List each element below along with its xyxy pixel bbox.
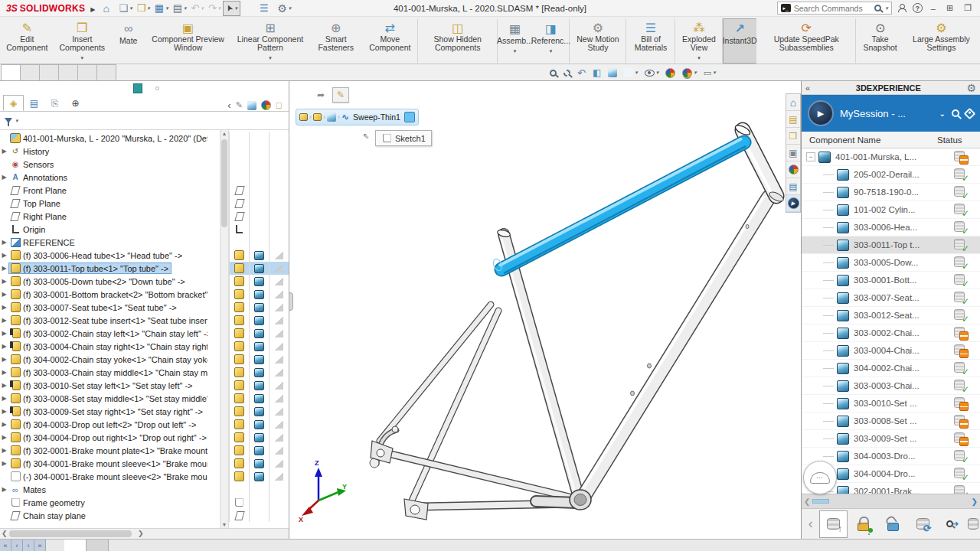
tree-item[interactable]: ▶ (f) 304-0001-Brake mount sleeve<1> "Br… — [0, 457, 289, 470]
expand-arrow-icon[interactable]: ▶ — [0, 291, 8, 298]
component-row[interactable]: − 303-0006-Hea... — [802, 219, 980, 236]
tree-vertical-scrollbar[interactable]: ▲▼ — [220, 130, 229, 528]
tree-item[interactable]: ▶ (f) 303-0002-Chain stay left<1> "Chain… — [0, 327, 289, 340]
feature-crumb-label[interactable]: Sweep-Thin1 — [351, 112, 403, 122]
component-row[interactable]: − 303-0002-Chai... — [802, 324, 980, 342]
tree-item[interactable]: ▶ (f) 303-0011-Top tube<1> "Top tube" -> — [0, 262, 289, 275]
minimize-button[interactable]: – — [929, 4, 938, 13]
ribbon-button[interactable]: Instant3D ▾ — [723, 18, 756, 64]
file-explorer-icon[interactable] — [786, 128, 800, 145]
tree-filter-field[interactable]: ▾ — [0, 112, 289, 130]
component-row[interactable]: − 401-001-Murska, L... — [802, 148, 980, 166]
body-crumb-icon[interactable] — [327, 112, 336, 122]
session-name[interactable]: MySession - ... — [840, 108, 933, 119]
component-row[interactable]: − 303-0005-Dow... — [802, 254, 980, 272]
expand-arrow-icon[interactable]: ▶ — [0, 252, 8, 259]
view-palette-icon[interactable] — [786, 145, 800, 161]
ribbon-button[interactable]: Mate ▾ — [112, 18, 145, 64]
panel-splitter-handle[interactable] — [289, 292, 293, 311]
manager-tab[interactable] — [3, 95, 24, 111]
component-row[interactable]: − 303-0011-Top t... — [802, 236, 980, 254]
tree-item[interactable]: ▶ (f) 303-0007-Seat tube<1> "Seat tube" … — [0, 301, 289, 314]
ribbon-button[interactable]: Bill of Materials ▾ — [626, 18, 675, 64]
view-orientation-icon[interactable] — [608, 68, 617, 77]
jump-arrow-icon[interactable]: ➦ — [312, 87, 329, 103]
menubar-button[interactable]: ▾ — [275, 1, 293, 16]
rollback-grip[interactable] — [133, 83, 142, 93]
assembly-crumb-icon[interactable] — [299, 113, 308, 121]
lock-with-key-button[interactable] — [849, 510, 877, 538]
ribbon-button[interactable]: Show Hidden Components ▾ — [418, 18, 498, 64]
home-tab-icon[interactable] — [786, 94, 800, 111]
appearances-icon[interactable] — [786, 161, 800, 178]
tree-item[interactable]: ▶ Top Plane — [0, 197, 289, 210]
tree-item[interactable]: ▶ Right Plane — [0, 210, 289, 223]
top-tube-highlighted[interactable] — [492, 139, 746, 273]
expand-arrow-icon[interactable]: ▶ — [0, 447, 8, 454]
expand-arrow-icon[interactable]: ▶ — [0, 265, 8, 272]
sketch-breadcrumb-button[interactable]: Sketch1 — [375, 130, 432, 146]
command-tab[interactable] — [20, 64, 40, 80]
tree-item[interactable]: ▶ (-) 304-0001-Brake mount sleeve<2> "Br… — [0, 470, 289, 483]
expand-arrow-icon[interactable]: ▶ — [0, 460, 8, 467]
zoom-fit-icon[interactable] — [550, 70, 557, 77]
tree-item[interactable]: ▶ (f) 303-0009-Set stay right<1> "Set st… — [0, 405, 289, 418]
menubar-button[interactable]: ▾ — [152, 1, 171, 16]
expand-arrow-icon[interactable]: ▶ — [0, 148, 8, 155]
hide-show-items-icon[interactable]: ▾ — [645, 70, 659, 77]
edit-feature-icon[interactable]: ✎ — [332, 87, 349, 103]
command-tab[interactable] — [96, 64, 116, 80]
expand-arrow-icon[interactable]: ▶ — [0, 317, 8, 324]
search-commands-box[interactable]: ▸_ ▾ — [777, 2, 892, 15]
tree-item[interactable]: ▶ (f) 304-0002-Chain stay yoke<1> "Chain… — [0, 353, 289, 366]
session-chevron-icon[interactable]: ⌄ — [939, 109, 946, 118]
appearance-ball-icon[interactable] — [261, 100, 271, 110]
section-view-icon[interactable]: ◧ — [593, 67, 601, 78]
bike-frame-model[interactable]: Z Y X — [289, 81, 801, 539]
expand-arrow-icon[interactable]: ▶ — [0, 239, 8, 246]
view-settings-icon[interactable]: ▭▾ — [704, 68, 716, 78]
manager-tab[interactable] — [44, 95, 65, 111]
component-row[interactable]: − 304-0002-Chai... — [802, 360, 980, 377]
help-icon[interactable]: ? — [913, 3, 923, 13]
previous-view-icon[interactable]: ↶ — [577, 67, 586, 79]
expand-arrow-icon[interactable]: ▶ — [0, 356, 8, 363]
ribbon-button[interactable]: Large Assembly Settings ▾ — [904, 18, 978, 64]
expand-arrow-icon[interactable]: ▶ — [0, 343, 8, 350]
menubar-button[interactable]: ▾ — [223, 1, 240, 16]
menubar-button[interactable]: ▾ — [188, 1, 205, 16]
component-row[interactable]: − 205-002-Derail... — [802, 166, 980, 184]
tree-item[interactable]: ▶ Origin — [0, 223, 289, 236]
component-row[interactable]: − 303-0009-Set ... — [802, 430, 980, 448]
tree-item[interactable]: ▶ Frame geometry — [0, 496, 289, 509]
tree-item[interactable]: ▶ History — [0, 145, 289, 158]
manager-tab[interactable] — [86, 95, 106, 111]
ribbon-button[interactable]: Exploded View ▾ — [675, 18, 723, 64]
component-row[interactable]: − 303-0010-Set ... — [802, 395, 980, 412]
component-row[interactable]: − 101-002 Cylin... — [802, 201, 980, 219]
tree-item[interactable]: ▶ (f) 302-0001-Brake mount plate<1> "Bra… — [0, 444, 289, 457]
tree-item[interactable]: ▶ (f) 303-0006-Head tube<1> "Head tube" … — [0, 249, 289, 262]
tag-icon[interactable] — [964, 107, 976, 119]
expand-arrow-icon[interactable]: ▶ — [0, 434, 8, 441]
bottom-tab[interactable] — [64, 540, 87, 551]
tree-item[interactable]: ▶ (f) 303-0001-Bottom bracket<2> "Bottom… — [0, 288, 289, 301]
tabs-scroll-right-icon[interactable]: ❯ — [969, 497, 980, 506]
expand-arrow-icon[interactable]: ▶ — [0, 382, 8, 389]
footer-tab[interactable] — [829, 499, 844, 504]
manager-tab[interactable] — [24, 95, 44, 111]
toolbar-scroll-left-icon[interactable]: ‹ — [803, 511, 818, 537]
expand-arrow-icon[interactable]: ▶ — [0, 174, 8, 181]
component-row[interactable]: − 303-0007-Seat... — [802, 289, 980, 307]
unlock-button[interactable] — [879, 510, 907, 538]
prev-tab-icon[interactable]: ‹ — [11, 540, 23, 551]
edit-appearance-icon[interactable] — [665, 68, 675, 78]
menu-expand-arrow[interactable]: ▶ — [90, 6, 95, 13]
search-dropdown-icon[interactable]: ▾ — [885, 5, 888, 11]
command-tab[interactable] — [77, 64, 97, 80]
ribbon-button[interactable]: Smart Fasteners ▾ — [309, 18, 362, 64]
component-row[interactable]: − 303-0008-Set ... — [802, 412, 980, 430]
tree-item[interactable]: ▶ Chain stay plane — [0, 509, 289, 522]
custom-properties-icon[interactable] — [786, 178, 800, 195]
3dexperience-logo-icon[interactable]: ▶ — [808, 100, 834, 126]
